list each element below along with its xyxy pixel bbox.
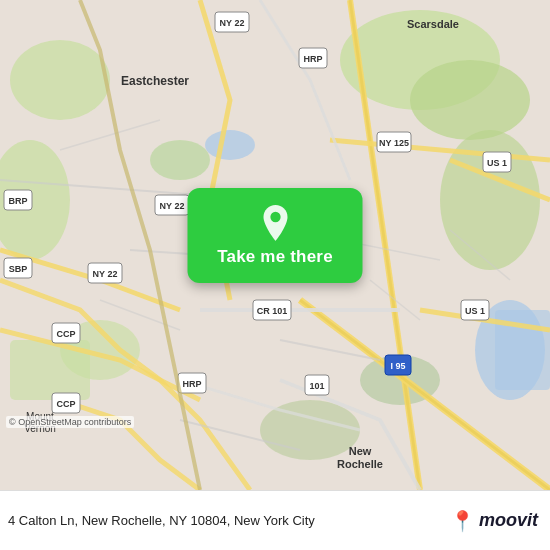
svg-text:CR 101: CR 101 [257, 306, 288, 316]
svg-text:NY 125: NY 125 [379, 138, 409, 148]
take-me-there-button[interactable]: Take me there [188, 188, 363, 283]
moovit-pin-icon: 📍 [450, 511, 475, 531]
svg-text:SBP: SBP [9, 264, 28, 274]
svg-text:NY 22: NY 22 [220, 18, 245, 28]
svg-text:CCP: CCP [56, 329, 75, 339]
svg-text:NY 22: NY 22 [93, 269, 118, 279]
svg-point-7 [150, 140, 210, 180]
svg-text:Rochelle: Rochelle [337, 458, 383, 470]
svg-text:Eastchester: Eastchester [121, 74, 189, 88]
svg-text:HRP: HRP [303, 54, 322, 64]
map-pin-icon [257, 205, 293, 241]
svg-text:New: New [349, 445, 372, 457]
take-me-there-label: Take me there [217, 247, 333, 267]
svg-point-59 [270, 211, 280, 221]
svg-point-11 [205, 130, 255, 160]
svg-text:HRP: HRP [182, 379, 201, 389]
address-text: 4 Calton Ln, New Rochelle, NY 10804, New… [8, 513, 450, 528]
svg-text:101: 101 [309, 381, 324, 391]
svg-text:US 1: US 1 [487, 158, 507, 168]
moovit-logo: 📍 moovit [450, 510, 538, 531]
svg-point-2 [410, 60, 530, 140]
svg-text:NY 22: NY 22 [160, 201, 185, 211]
svg-point-3 [10, 40, 110, 120]
svg-text:US 1: US 1 [465, 306, 485, 316]
svg-text:BRP: BRP [8, 196, 27, 206]
svg-text:I 95: I 95 [390, 361, 405, 371]
bottom-bar: 4 Calton Ln, New Rochelle, NY 10804, New… [0, 490, 550, 550]
map-copyright: © OpenStreetMap contributors [6, 416, 134, 428]
map-view: NY 22 NY 22 NY 22 NY 125 CR 101 101 I 95… [0, 0, 550, 490]
moovit-wordmark: moovit [479, 510, 538, 531]
svg-text:Scarsdale: Scarsdale [407, 18, 459, 30]
svg-text:CCP: CCP [56, 399, 75, 409]
